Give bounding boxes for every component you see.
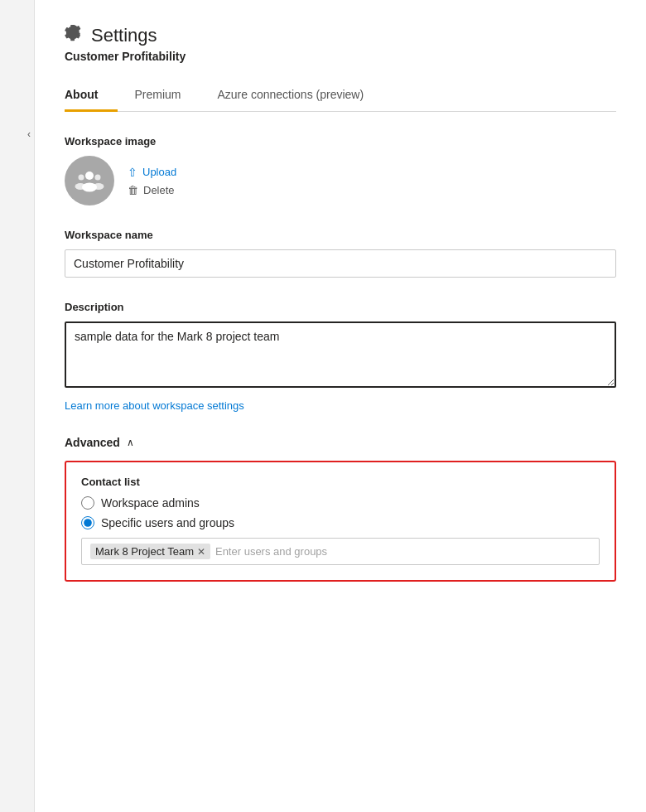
users-groups-input[interactable]: Mark 8 Project Team ✕ Enter users and gr… xyxy=(81,538,600,565)
radio-specific-users[interactable]: Specific users and groups xyxy=(81,516,600,529)
delete-icon: 🗑 xyxy=(128,184,138,196)
svg-point-0 xyxy=(85,172,94,180)
delete-button[interactable]: 🗑 Delete xyxy=(128,184,176,196)
workspace-image-label: Workspace image xyxy=(65,135,616,147)
left-sidebar-strip: ‹ xyxy=(0,0,35,812)
contact-list-label: Contact list xyxy=(81,476,600,488)
contact-list-box: Contact list Workspace admins Specific u… xyxy=(65,461,616,582)
description-label: Description xyxy=(65,301,616,313)
tabs-row: About Premium Azure connections (preview… xyxy=(65,80,616,112)
users-groups-placeholder: Enter users and groups xyxy=(215,545,591,558)
group-icon xyxy=(75,166,104,196)
workspace-name-input[interactable] xyxy=(65,249,616,278)
radio-workspace-admins-input[interactable] xyxy=(81,496,94,510)
tag-mark8: Mark 8 Project Team ✕ xyxy=(90,544,210,559)
svg-point-3 xyxy=(75,183,86,190)
radio-workspace-admins[interactable]: Workspace admins xyxy=(81,496,600,510)
svg-point-4 xyxy=(95,175,101,181)
chevron-up-icon: ∧ xyxy=(127,437,134,448)
main-panel: Settings Customer Profitability About Pr… xyxy=(35,0,646,812)
workspace-image-row: ⇧ Upload 🗑 Delete xyxy=(65,156,616,205)
tab-premium[interactable]: Premium xyxy=(134,80,200,112)
upload-label: Upload xyxy=(142,166,176,178)
image-actions: ⇧ Upload 🗑 Delete xyxy=(128,166,176,196)
page-subtitle: Customer Profitability xyxy=(65,50,616,63)
workspace-avatar xyxy=(65,156,114,205)
tag-close-icon[interactable]: ✕ xyxy=(197,547,205,557)
advanced-toggle-label: Advanced xyxy=(65,436,120,449)
learn-more-link[interactable]: Learn more about workspace settings xyxy=(65,399,244,412)
page-wrapper: ‹ Settings Customer Profitability About … xyxy=(0,0,646,812)
svg-point-5 xyxy=(94,183,104,190)
gear-icon xyxy=(65,25,83,46)
svg-point-2 xyxy=(79,175,84,181)
workspace-name-section: Workspace name xyxy=(65,229,616,278)
collapse-arrow-icon[interactable]: ‹ xyxy=(27,128,31,140)
radio-specific-users-label: Specific users and groups xyxy=(101,516,234,529)
advanced-toggle[interactable]: Advanced ∧ xyxy=(65,436,616,449)
upload-icon: ⇧ xyxy=(128,166,137,179)
page-title: Settings xyxy=(91,25,157,46)
tab-azure[interactable]: Azure connections (preview) xyxy=(217,80,383,112)
description-section: Description sample data for the Mark 8 p… xyxy=(65,301,616,391)
delete-label: Delete xyxy=(143,184,175,196)
tab-about[interactable]: About xyxy=(65,80,118,112)
workspace-image-section: Workspace image ⇧ Up xyxy=(65,135,616,205)
radio-workspace-admins-label: Workspace admins xyxy=(101,496,200,510)
upload-button[interactable]: ⇧ Upload xyxy=(128,166,176,179)
description-textarea[interactable]: sample data for the Mark 8 project team xyxy=(65,321,616,388)
settings-title-row: Settings xyxy=(65,25,616,46)
tag-label: Mark 8 Project Team xyxy=(95,545,194,558)
workspace-name-label: Workspace name xyxy=(65,229,616,241)
radio-specific-users-input[interactable] xyxy=(81,516,94,529)
header-section: Settings Customer Profitability xyxy=(65,25,616,63)
